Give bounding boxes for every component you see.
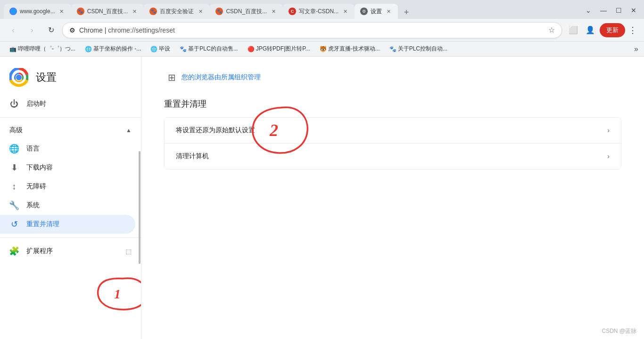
sidebar-divider-2 [0,237,141,238]
page-footer: CSDN @蓝脉 [602,327,636,335]
url-domain: Chrome | [79,26,108,34]
tab-4[interactable]: 🐾 CSDN_百度技... ✕ [210,4,283,19]
menu-button[interactable]: ⋮ [627,25,638,36]
tab-1[interactable]: 🌐 www.google... ✕ [4,4,71,19]
sidebar-item-reset[interactable]: ↺ 重置并清理 [0,215,135,234]
sidebar-item-system[interactable]: 🔧 系统 [0,196,141,215]
bookmark-label-bilibili: 哔哩哔哩（゜-゜）つ... [18,45,75,53]
bookmark-bilibili[interactable]: 📺 哔哩哔哩（゜-゜）つ... [6,44,79,54]
clean-computer-label: 清理计算机 [176,152,607,161]
tab-close-2[interactable]: ✕ [131,8,138,15]
bookmark-label-huya: 虎牙直播-技术驱动... [328,45,380,53]
maximize-button[interactable]: ☐ [612,4,625,17]
tab-favicon-3: 🐾 [149,8,157,15]
minimize-button[interactable]: — [597,4,610,17]
sidebar-item-startup[interactable]: ⏻ 启动时 [0,94,141,113]
clean-computer-row[interactable]: 清理计算机 › [165,143,621,169]
bookmark-huya[interactable]: 🐯 虎牙直播-技术驱动... [316,44,384,54]
tab-list-button[interactable]: ⌄ [582,4,595,17]
advanced-section-label: 高级 [9,126,126,135]
sidebar-item-language[interactable]: 🌐 语言 [0,139,141,158]
tab-close-6[interactable]: ✕ [385,8,392,15]
tab-close-5[interactable]: ✕ [341,8,349,15]
url-path: chrome://settings/reset [108,26,175,34]
main-content: ⊞ 您的浏览器由所属组织管理 重置并清理 将设置还原为原始默认设置 › 清理计算… [141,57,644,339]
sidebar-item-downloads[interactable]: ⬇ 下载内容 [0,158,141,177]
url-favicon: ⚙ [69,26,75,34]
system-icon: 🔧 [9,201,19,210]
tab-2[interactable]: 🐾 CSDN_百度技... ✕ [71,4,144,19]
bookmark-favicon-coordinate: 🌐 [85,46,91,52]
tab-label-4: CSDN_百度技... [226,8,267,16]
bookmark-jpg2pdf[interactable]: 🔴 JPG转PDF|图片转P... [244,44,314,54]
tab-label-5: 写文章-CSDN... [299,8,339,16]
tab-bar: 🌐 www.google... ✕ 🐾 CSDN_百度技... ✕ 🐾 百度安全… [0,0,644,19]
bookmark-bisher[interactable]: 🌐 毕设 [147,44,174,54]
bookmark-favicon-bisher: 🌐 [150,46,157,52]
clean-computer-arrow-icon: › [607,153,610,160]
sidebar-section-advanced[interactable]: 高级 ▲ [0,121,141,139]
sidebar: 设置 ⏻ 启动时 高级 ▲ 🌐 语言 [0,57,141,339]
bookmark-label-bisher: 毕设 [159,45,170,53]
close-button[interactable]: ✕ [627,4,640,17]
bookmark-label-coordinate: 基于坐标的操作 -... [93,45,141,53]
tab-label-1: www.google... [20,8,55,15]
sidebar-nav: ⏻ 启动时 高级 ▲ 🌐 语言 ⬇ 下载内容 [0,94,141,339]
bookmark-label-jpg2pdf: JPG转PDF|图片转P... [256,45,310,53]
bookmark-coordinate[interactable]: 🌐 基于坐标的操作 -... [81,44,145,54]
url-bar[interactable]: ⚙ Chrome | chrome://settings/reset ☆ [62,22,562,38]
back-button[interactable]: ‹ [6,23,21,38]
bookmarks-bar: 📺 哔哩哔哩（゜-゜）つ... 🌐 基于坐标的操作 -... 🌐 毕设 🐾 基于… [0,42,644,57]
sidebar-scrollbar[interactable] [138,151,141,339]
sidebar-label-reset: 重置并清理 [26,220,126,229]
bookmarks-more-button[interactable]: » [634,45,638,53]
bookmark-plc2[interactable]: 🐾 关于PLC控制自动... [386,44,451,54]
profile-button[interactable]: 👤 [583,23,598,38]
sidebar-label-accessibility: 无障碍 [26,182,132,191]
tab-close-4[interactable]: ✕ [270,8,277,15]
bookmark-icon[interactable]: ☆ [548,25,555,34]
cast-button[interactable]: ⬜ [566,23,581,38]
tab-5[interactable]: C 写文章-CSDN... ✕ [283,4,355,19]
sidebar-item-extensions[interactable]: 🧩 扩展程序 ⬚ [0,242,141,261]
tab-label-6: 设置 [371,8,382,16]
extensions-icon: 🧩 [9,246,19,256]
chrome-logo-icon [9,68,28,87]
reset-icon: ↺ [9,220,19,229]
sidebar-label-startup: 启动时 [26,100,132,108]
tab-close-3[interactable]: ✕ [197,8,204,15]
external-link-icon: ⬚ [126,248,132,255]
tab-favicon-5: C [289,8,296,15]
reset-settings-arrow-icon: › [607,127,610,134]
bookmark-favicon-plc: 🐾 [180,46,186,52]
tab-6[interactable]: ⚙ 设置 ✕ [355,4,398,19]
tab-label-3: 百度安全验证 [160,8,194,16]
scrollbar-thumb[interactable] [139,151,140,264]
settings-card: 将设置还原为原始默认设置 › 清理计算机 › [164,117,621,170]
bookmark-favicon-jpg2pdf: 🔴 [248,46,254,52]
tab-favicon-1: 🌐 [9,8,17,15]
tab-label-2: CSDN_百度技... [87,8,128,16]
managed-icon: ⊞ [168,72,176,83]
address-bar: ‹ › ↻ ⚙ Chrome | chrome://settings/reset… [0,19,644,42]
page-content: 设置 ⏻ 启动时 高级 ▲ 🌐 语言 [0,57,644,339]
forward-button[interactable]: › [25,23,40,38]
tab-close-1[interactable]: ✕ [58,8,66,15]
reset-settings-label: 将设置还原为原始默认设置 [176,126,607,135]
reset-settings-row[interactable]: 将设置还原为原始默认设置 › [165,118,621,143]
managed-link[interactable]: 您的浏览器由所属组织管理 [182,73,261,82]
bookmark-plc[interactable]: 🐾 基于PLC的自动售... [176,44,241,54]
reload-button[interactable]: ↻ [43,23,58,38]
footer-credit: CSDN @蓝脉 [602,328,636,334]
sidebar-item-accessibility[interactable]: ↕ 无障碍 [0,177,141,196]
tab-favicon-2: 🐾 [77,8,84,15]
accessibility-icon: ↕ [9,182,19,191]
bookmark-label-plc: 基于PLC的自动售... [188,45,238,53]
sidebar-label-extensions: 扩展程序 [26,247,118,255]
new-tab-button[interactable]: + [400,6,413,19]
update-button[interactable]: 更新 [600,23,625,37]
tab-3[interactable]: 🐾 百度安全验证 ✕ [144,4,210,19]
managed-notice: ⊞ 您的浏览器由所属组织管理 [164,72,621,83]
scrollbar-track [139,151,140,339]
window-controls: ⌄ — ☐ ✕ [582,4,640,19]
